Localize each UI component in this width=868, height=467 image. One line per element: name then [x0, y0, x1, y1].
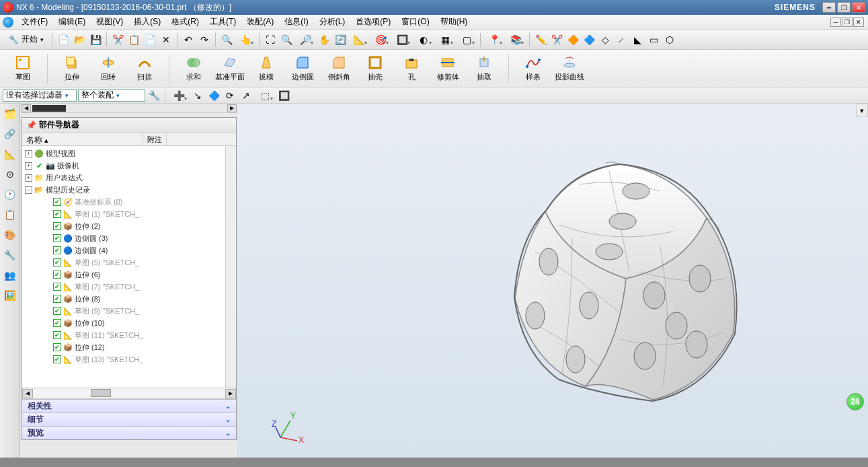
navigator-tree[interactable]: +🟢 模型视图 +✔📷 摄像机 +📁 用户表达式 −📂 模型历史记录 ✔🧭基准坐…	[22, 146, 225, 388]
tree-feature-item[interactable]: ✔📐草图 (1) "SKETCH_	[22, 208, 225, 220]
revolve-button[interactable]: 回转	[92, 52, 124, 85]
wcs-button[interactable]: 📍	[484, 32, 504, 47]
sweep-button[interactable]: 扫掠	[128, 52, 161, 85]
sel-tool6-button[interactable]: 🔲	[276, 88, 291, 103]
undo-button[interactable]: ↶	[181, 32, 196, 47]
zoom-region-button[interactable]: 🔎	[295, 32, 315, 47]
section-details[interactable]: 细节⌄	[22, 412, 236, 426]
touch-mode-button[interactable]: 👆	[235, 32, 255, 47]
assembly-filter-combo[interactable]: 整个装配	[78, 89, 145, 102]
tree-feature-item[interactable]: ✔📐草图 (13) "SKETCH_	[22, 353, 225, 365]
hd3d-tab[interactable]: 🎨	[3, 227, 17, 242]
menu-view[interactable]: 视图(V)	[91, 15, 128, 29]
sel-tool3-button[interactable]: ⟳	[223, 88, 237, 103]
hscroll-left[interactable]: ◀	[22, 389, 33, 398]
maximize-button[interactable]: ❐	[837, 2, 851, 13]
tree-feature-item[interactable]: ✔🔵边倒圆 (4)	[22, 244, 225, 256]
menu-information[interactable]: 信息(I)	[279, 15, 313, 29]
tree-feature-item[interactable]: ✔📐草图 (5) "SKETCH_	[22, 256, 225, 268]
selection-scope-button[interactable]: ➕	[169, 88, 189, 103]
extract-button[interactable]: 抽取	[468, 52, 500, 85]
close-button[interactable]: ✕	[852, 2, 865, 13]
menu-insert[interactable]: 插入(S)	[128, 15, 166, 29]
web-browser-tab[interactable]: 👥	[3, 268, 17, 283]
polygon-button[interactable]: ⬡	[662, 32, 677, 47]
chamfer-tb-button[interactable]: ◣	[630, 32, 645, 47]
project-curve-button[interactable]: 投影曲线	[553, 52, 586, 85]
rotate-button[interactable]: 🔄	[333, 32, 348, 47]
menu-preferences[interactable]: 首选项(P)	[350, 15, 396, 29]
part-navigator-tab[interactable]: 🗂️	[3, 106, 17, 121]
constraint-navigator-tab[interactable]: 📐	[3, 147, 17, 161]
sel-tool5-button[interactable]: ⬚	[255, 88, 275, 103]
checkbox-icon[interactable]: ✔	[53, 246, 61, 254]
checkbox-icon[interactable]: ✔	[53, 258, 61, 266]
menu-file[interactable]: 文件(F)	[16, 15, 53, 29]
delete-button[interactable]: ✕	[159, 32, 173, 47]
menu-tools[interactable]: 工具(T)	[204, 15, 241, 29]
render-style-button[interactable]: 🔲	[392, 32, 412, 47]
checkbox-icon[interactable]: ✔	[53, 234, 61, 242]
tab-scroll-right[interactable]: ▶	[227, 104, 237, 112]
edit-section-button[interactable]: ✏️	[533, 32, 548, 47]
pan-button[interactable]: ✋	[317, 32, 331, 47]
background-button[interactable]: ▢	[457, 32, 477, 47]
sel-tool2-button[interactable]: 🔷	[206, 88, 221, 103]
filter-opt1-button[interactable]: 🔧	[147, 88, 161, 103]
system-tab[interactable]: 🔧	[3, 248, 17, 262]
menu-format[interactable]: 格式(R)	[166, 15, 204, 29]
image-tab[interactable]: 🖼️	[3, 288, 17, 303]
tab-scroll-thumb[interactable]	[32, 105, 66, 112]
fit-button[interactable]: ⛶	[263, 32, 278, 47]
tree-user-expressions[interactable]: +📁 用户表达式	[22, 172, 225, 184]
hole-button[interactable]: 孔	[395, 52, 428, 85]
rectangle-button[interactable]: ▭	[646, 32, 661, 47]
pin-icon[interactable]: 📌	[26, 120, 36, 130]
new-button[interactable]: 📄	[56, 32, 71, 47]
col-name[interactable]: 名称 ▴	[22, 133, 143, 145]
menu-analysis[interactable]: 分析(L)	[314, 15, 351, 29]
checkbox-icon[interactable]: ✔	[53, 222, 61, 230]
graphics-viewport[interactable]: ▾	[237, 104, 868, 458]
menu-window[interactable]: 窗口(O)	[396, 15, 434, 29]
menu-help[interactable]: 帮助(H)	[435, 15, 473, 29]
start-button[interactable]: 🔧 开始 ▾	[4, 32, 48, 47]
shell-button[interactable]: 抽壳	[359, 52, 391, 85]
tab-scroll-left[interactable]: ◀	[22, 104, 31, 112]
zoom-button[interactable]: 🔍	[279, 32, 294, 47]
tree-feature-item[interactable]: ✔📐草图 (7) "SKETCH_	[22, 281, 225, 293]
tree-vscroll[interactable]	[225, 146, 236, 388]
trim-body-button[interactable]: 修剪体	[432, 52, 464, 85]
command-finder-button[interactable]: 🔍	[219, 32, 234, 47]
section-dependency[interactable]: 相关性⌄	[22, 399, 236, 412]
extend-curve-button[interactable]: 🔷	[582, 32, 596, 47]
menu-edit[interactable]: 编辑(E)	[53, 15, 91, 29]
sketch-button[interactable]: 草图	[7, 52, 39, 85]
layer-button[interactable]: 📚	[506, 32, 526, 47]
quick-trim-button[interactable]: 🔶	[565, 32, 580, 47]
checkbox-icon[interactable]: ✔	[53, 355, 61, 363]
extrude-button[interactable]: 拉伸	[56, 52, 88, 85]
cut-button[interactable]: ✂️	[110, 32, 125, 47]
mdi-minimize-button[interactable]: ─	[830, 17, 841, 27]
checkbox-icon[interactable]: ✔	[53, 295, 61, 303]
tree-feature-item[interactable]: ✔🔵边倒圆 (3)	[22, 232, 225, 244]
make-corner-button[interactable]: ◇	[598, 32, 613, 47]
col-note[interactable]: 附注	[143, 133, 167, 145]
tree-feature-item[interactable]: ✔📦拉伸 (10)	[22, 317, 225, 329]
checkbox-icon[interactable]: ✔	[53, 319, 61, 327]
tree-feature-item[interactable]: ✔📦拉伸 (6)	[22, 268, 225, 281]
trim-curve-button[interactable]: ✂️	[549, 32, 564, 47]
tree-cameras[interactable]: +✔📷 摄像机	[22, 159, 225, 172]
assembly-navigator-tab[interactable]: 🔗	[3, 127, 17, 141]
checkbox-icon[interactable]: ✔	[53, 307, 61, 315]
hscroll-thumb[interactable]	[91, 389, 111, 397]
tree-feature-item[interactable]: ✔📦拉伸 (2)	[22, 220, 225, 232]
spline-button[interactable]: 样条	[517, 52, 549, 85]
redo-button[interactable]: ↷	[197, 32, 212, 47]
checkbox-icon[interactable]: ✔	[53, 271, 61, 279]
tree-feature-item[interactable]: ✔📐草图 (9) "SKETCH_	[22, 305, 225, 317]
perspective-button[interactable]: 🎯	[370, 32, 391, 47]
checkbox-icon[interactable]: ✔	[53, 210, 61, 218]
selection-filter-combo[interactable]: 没有选择过滤器	[3, 89, 77, 102]
